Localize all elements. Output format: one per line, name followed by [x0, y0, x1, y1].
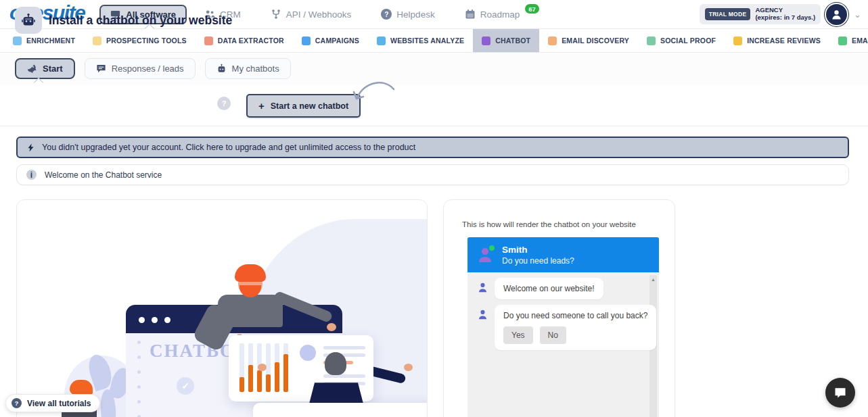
module-item-email-discovery[interactable]: EMAIL DISCOVERY [539, 29, 638, 52]
module-icon [302, 36, 311, 45]
tab-responses-leads[interactable]: Responses / leads [85, 58, 196, 79]
module-item-prospecting-tools[interactable]: PROSPECTING TOOLS [84, 29, 196, 52]
question-icon: ? [381, 9, 392, 20]
person-icon [831, 9, 842, 20]
roadmap-count-badge: 67 [525, 4, 539, 14]
module-icon [482, 36, 490, 45]
tabs-row: StartResponses / leadsMy chatbots [0, 53, 868, 86]
help-icon[interactable]: ? [217, 97, 231, 110]
rocket-icon [27, 64, 37, 74]
start-new-chatbot-button[interactable]: + Start a new chatbot [246, 94, 361, 118]
welcome-collapsible[interactable]: i Welcome on the Chatbot service [16, 164, 849, 185]
chevron-down-icon[interactable]: ⌄ [854, 9, 861, 20]
topnav-item-roadmap[interactable]: Roadmap67 [465, 9, 539, 20]
chat-option-yes-button[interactable]: Yes [503, 326, 533, 344]
topnav-label: Roadmap [480, 9, 520, 20]
module-label: INCREASE REVIEWS [747, 36, 821, 45]
chat-message-text: Welcome on our website! [503, 284, 595, 293]
robot-icon [216, 64, 227, 74]
question-icon: ? [12, 398, 22, 408]
tabs: StartResponses / leadsMy chatbots [15, 58, 291, 79]
plus-icon: + [258, 100, 265, 112]
chat-bubble-icon [833, 386, 847, 399]
scroll-up-icon[interactable]: ▲ [649, 277, 657, 282]
module-icon [838, 36, 847, 45]
chat-bubble: Do you need someone to call you back?Yes… [495, 305, 656, 350]
trial-mode-badge: TRIAL MODE [705, 8, 751, 20]
curved-arrow [349, 80, 398, 111]
user-avatar[interactable] [826, 4, 847, 25]
page-title: Install a chatbot on your website [49, 14, 232, 28]
module-item-increase-reviews[interactable]: INCREASE REVIEWS [725, 29, 829, 52]
support-chat-fab[interactable] [825, 378, 855, 408]
chat-message: Welcome on our website! [477, 278, 603, 299]
dot-column [137, 341, 141, 417]
page-heading [0, 85, 868, 126]
chat-option-no-button[interactable]: No [540, 326, 566, 344]
plan-text: AGENCY (expires: in 7 days.) [755, 7, 815, 22]
module-icon [204, 36, 213, 45]
module-icon [647, 36, 656, 45]
module-item-chatbot[interactable]: CHATBOT [473, 29, 539, 52]
illustration-card: CHATBOT ✓ [16, 199, 428, 417]
agent-name: Smith [502, 244, 574, 256]
module-label: EMAIL DISCOVERY [562, 36, 629, 45]
agent-subtitle: Do you need leads? [502, 256, 574, 266]
upgrade-alert[interactable]: You didn't upgraded yet your account. Cl… [16, 137, 849, 158]
chatbot-preview-card: This is how will render the chatbot on y… [443, 199, 675, 417]
module-label: EMAIL VERIFY [852, 36, 868, 45]
account-area: TRIAL MODE AGENCY (expires: in 7 days.) … [700, 0, 861, 28]
robot-icon [20, 12, 37, 28]
view-all-tutorials-label: View all tutorials [27, 399, 91, 408]
tab-label: Responses / leads [112, 64, 184, 74]
module-item-websites-analyze[interactable]: WEBSITES ANALYZE [368, 29, 473, 52]
branch-icon [271, 9, 281, 20]
illustration-person [235, 264, 266, 282]
browser-dot [164, 317, 170, 323]
tab-start[interactable]: Start [15, 58, 75, 79]
illustration-person [325, 352, 346, 375]
module-icon [548, 36, 557, 45]
upgrade-alert-text: You didn't upgraded yet your account. Cl… [42, 143, 415, 152]
topnav-item-helpdesk[interactable]: ?Helpdesk [381, 9, 434, 20]
topnav-item-api-webhooks[interactable]: API / Webhooks [271, 9, 352, 20]
module-label: SOCIAL PROOF [660, 36, 716, 45]
start-new-chatbot-label: Start a new chatbot [271, 101, 348, 111]
calendar-icon [465, 9, 476, 20]
module-label: CHATBOT [495, 36, 530, 45]
app-window: onesuite All software CRMAPI / Webhooks?… [0, 0, 868, 417]
module-label: WEBSITES ANALYZE [390, 36, 464, 45]
chat-widget-header: Smith Do you need leads? [467, 237, 659, 272]
module-icon [13, 36, 22, 45]
module-icon [93, 36, 101, 45]
plan-box: TRIAL MODE AGENCY (expires: in 7 days.) [700, 4, 821, 24]
chatbot-module-icon [15, 7, 42, 34]
illustration-bottom-card [253, 403, 428, 417]
tab-label: My chatbots [232, 64, 279, 74]
agent-avatar [476, 246, 494, 264]
module-item-enrichment[interactable]: ENRICHMENT [4, 29, 84, 52]
module-item-email-verify[interactable]: EMAIL VERIFY [829, 29, 868, 52]
module-item-social-proof[interactable]: SOCIAL PROOF [638, 29, 725, 52]
module-item-campaigns[interactable]: CAMPAIGNS [293, 29, 368, 52]
illustration-person [327, 323, 336, 331]
tab-my-chatbots[interactable]: My chatbots [205, 58, 291, 79]
check-icon: ✓ [177, 377, 194, 395]
bot-avatar-icon [477, 309, 488, 320]
tab-label: Start [43, 64, 63, 74]
module-item-data-extractor[interactable]: DATA EXTRACTOR [196, 29, 293, 52]
browser-dot [152, 317, 158, 323]
topnav-label: Helpdesk [396, 9, 434, 20]
module-label: PROSPECTING TOOLS [106, 36, 187, 45]
module-icon [377, 36, 386, 45]
plan-name: AGENCY [755, 6, 783, 14]
bot-avatar-icon [477, 282, 488, 293]
bolt-icon [26, 143, 35, 152]
illustration-person [218, 295, 283, 327]
browser-dot [139, 317, 145, 323]
view-all-tutorials-button[interactable]: ? View all tutorials [5, 394, 100, 412]
info-icon: i [26, 170, 37, 180]
online-status-dot [489, 245, 495, 251]
chat-widget-body: ▲ Welcome on our website!Do you need som… [467, 272, 659, 417]
illustration-person [70, 380, 93, 395]
